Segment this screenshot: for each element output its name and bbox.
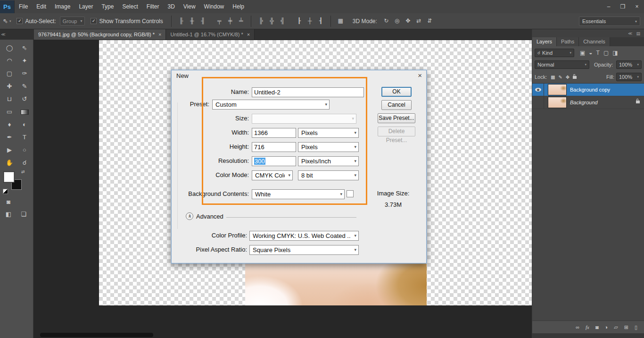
marquee-tool-icon[interactable]: ◯ xyxy=(5,43,14,53)
align-vertical-centers-icon[interactable]: ╪ xyxy=(225,13,236,29)
crop-tool-icon[interactable]: ▢ xyxy=(5,69,14,78)
layer-style-icon[interactable]: fx xyxy=(586,324,589,330)
3d-roll-icon[interactable]: ◎ xyxy=(392,13,403,29)
restore-button[interactable]: ❐ xyxy=(616,0,630,13)
layer-filter-dropdown[interactable]: ☌ Kind ▾ xyxy=(535,49,574,57)
background-contents-dropdown[interactable]: White▾ xyxy=(252,189,345,199)
pen-tool-icon[interactable]: ✒ xyxy=(5,133,14,142)
zoom-tool-icon[interactable]: ☌ xyxy=(20,158,29,168)
history-brush-tool-icon[interactable]: ↺ xyxy=(20,94,29,104)
document-tab-2[interactable]: Untitled-1 @ 16.7% (CMYK/8) * × xyxy=(166,29,255,40)
resolution-input[interactable]: 300 xyxy=(252,156,296,166)
align-bottom-edges-icon[interactable]: ╧ xyxy=(236,13,247,29)
color-profile-dropdown[interactable]: Working CMYK: U.S. Web Coated ...▾ xyxy=(249,231,359,241)
pixel-aspect-ratio-dropdown[interactable]: Square Pixels▾ xyxy=(249,245,359,255)
distribute-top-edges-icon[interactable]: ╠ xyxy=(256,13,266,29)
filter-smart-objects-icon[interactable]: ◨ xyxy=(612,49,618,57)
close-tab-icon[interactable]: × xyxy=(247,32,250,37)
foreground-color-swatch[interactable] xyxy=(4,172,14,182)
fill-dropdown[interactable]: 100% ▾ xyxy=(616,73,642,81)
menu-help[interactable]: Help xyxy=(228,0,248,13)
workspace-dropdown[interactable]: Essentials ▾ xyxy=(579,17,640,26)
tab-channels[interactable]: Channels xyxy=(579,37,610,46)
align-horizontal-centers-icon[interactable]: ╫ xyxy=(187,13,198,29)
visibility-toggle[interactable] xyxy=(532,96,544,109)
show-transform-controls-checkbox[interactable]: ✓ Show Transform Controls xyxy=(91,18,163,25)
distribute-vertical-centers-icon[interactable]: ╬ xyxy=(266,13,277,29)
layer-row-background[interactable]: Background xyxy=(532,96,644,109)
menu-layer[interactable]: Layer xyxy=(74,0,97,13)
distribute-horizontal-centers-icon[interactable]: ┼ xyxy=(305,13,315,29)
gradient-tool-icon[interactable] xyxy=(21,110,29,115)
tab-layers[interactable]: Layers xyxy=(532,37,557,46)
layer-mask-icon[interactable]: ◙ xyxy=(595,324,599,330)
background-color-mini-button[interactable] xyxy=(347,190,354,197)
close-window-button[interactable]: × xyxy=(630,0,644,13)
clone-stamp-tool-icon[interactable]: ⊔ xyxy=(5,94,14,104)
height-unit-dropdown[interactable]: Pixels▾ xyxy=(298,142,359,152)
layer-row-background-copy[interactable]: Background copy xyxy=(532,84,644,96)
filter-pixel-layers-icon[interactable]: ▣ xyxy=(580,49,585,57)
screen-mode-icon[interactable]: ◧ xyxy=(4,210,13,219)
link-layers-icon[interactable]: ∞ xyxy=(576,324,579,330)
3d-rotate-icon[interactable]: ↻ xyxy=(381,13,392,29)
align-top-edges-icon[interactable]: ╤ xyxy=(214,13,225,29)
color-mode-dropdown[interactable]: CMYK Color▾ xyxy=(252,170,293,180)
menu-filter[interactable]: Filter xyxy=(142,0,164,13)
quick-selection-tool-icon[interactable]: ✦ xyxy=(20,56,29,66)
layer-thumbnail[interactable] xyxy=(548,84,567,95)
layer-name[interactable]: Background xyxy=(570,100,598,105)
move-tool-preset-icon[interactable]: ⇖ ▾ xyxy=(3,17,11,25)
new-layer-icon[interactable]: ⊞ xyxy=(624,324,628,330)
filter-adjustment-layers-icon[interactable]: ◒ xyxy=(589,49,592,57)
menu-edit[interactable]: Edit xyxy=(32,0,50,13)
eraser-tool-icon[interactable]: ▭ xyxy=(5,107,14,117)
minimize-button[interactable]: – xyxy=(602,0,616,13)
eyedropper-tool-icon[interactable]: ✑ xyxy=(20,69,29,78)
menu-type[interactable]: Type xyxy=(97,0,118,13)
preset-dropdown[interactable]: Custom▾ xyxy=(212,100,330,110)
menu-view[interactable]: View xyxy=(179,0,200,13)
width-unit-dropdown[interactable]: Pixels▾ xyxy=(298,128,359,138)
menu-window[interactable]: Window xyxy=(200,0,229,13)
visibility-toggle[interactable] xyxy=(532,84,544,96)
close-dialog-icon[interactable]: × xyxy=(418,72,422,79)
align-right-edges-icon[interactable]: ╢ xyxy=(198,13,208,29)
lock-position-icon[interactable]: ✥ xyxy=(566,75,570,80)
group-folder-icon[interactable]: ▱ xyxy=(614,324,618,330)
menu-select[interactable]: Select xyxy=(118,0,142,13)
hand-tool-icon[interactable]: ✋ xyxy=(5,158,14,168)
collapse-dock-icon[interactable]: ≪ xyxy=(0,29,7,40)
opacity-dropdown[interactable]: 100% ▾ xyxy=(616,60,642,69)
lasso-tool-icon[interactable]: ◠ xyxy=(5,56,14,66)
default-colors-icon[interactable] xyxy=(3,189,8,194)
path-selection-tool-icon[interactable]: ▶ xyxy=(5,145,14,155)
adjustment-layer-icon[interactable]: ◑ xyxy=(605,324,608,330)
layer-name[interactable]: Background copy xyxy=(570,87,610,93)
distribute-right-edges-icon[interactable]: ┨ xyxy=(315,13,326,29)
move-tool-icon[interactable]: ⇖ xyxy=(20,43,29,53)
horizontal-scrollbar[interactable] xyxy=(40,333,153,337)
blend-mode-dropdown[interactable]: Normal ▾ xyxy=(535,60,589,69)
swap-colors-icon[interactable]: ⇄ xyxy=(21,169,25,174)
screen-mode-alt-icon[interactable]: ❏ xyxy=(19,210,28,219)
panel-menu-icon[interactable]: ▤ xyxy=(636,31,640,36)
type-tool-icon[interactable]: T xyxy=(20,133,29,142)
delete-layer-icon[interactable]: ▯ xyxy=(635,324,637,330)
tab-paths[interactable]: Paths xyxy=(557,37,579,46)
cancel-button[interactable]: Cancel xyxy=(381,100,412,110)
filter-shape-layers-icon[interactable]: ▢ xyxy=(603,49,609,57)
filter-type-layers-icon[interactable]: T xyxy=(596,49,600,57)
height-input[interactable]: 716 xyxy=(252,142,296,152)
lock-pixels-icon[interactable]: ✎ xyxy=(558,75,562,80)
menu-image[interactable]: Image xyxy=(50,0,74,13)
save-preset-button[interactable]: Save Preset... xyxy=(378,113,415,123)
distribute-bottom-edges-icon[interactable]: ╣ xyxy=(277,13,288,29)
layer-thumbnail[interactable] xyxy=(548,97,567,108)
bit-depth-dropdown[interactable]: 8 bit▾ xyxy=(298,170,359,180)
distribute-left-edges-icon[interactable]: ┠ xyxy=(294,13,305,29)
lock-all-icon[interactable] xyxy=(573,76,577,79)
3d-scale-icon[interactable]: ⇵ xyxy=(424,13,435,29)
collapse-panels-icon[interactable]: ≪ xyxy=(628,31,632,36)
ellipse-shape-tool-icon[interactable]: ○ xyxy=(20,145,29,155)
